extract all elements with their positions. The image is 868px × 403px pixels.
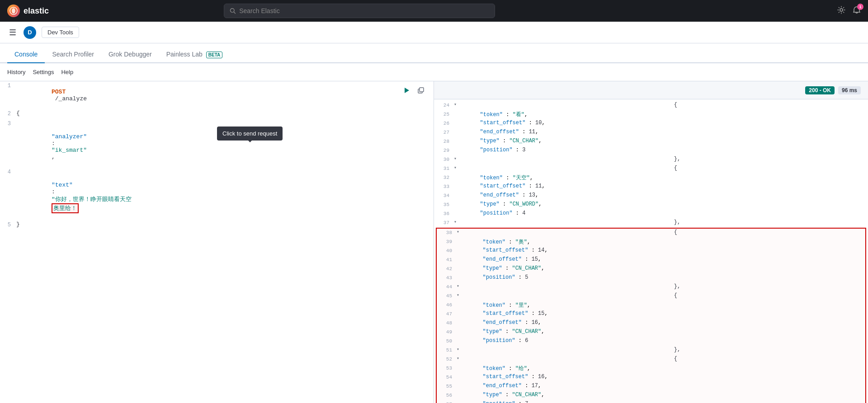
editor-line-5: 5 } xyxy=(0,220,434,230)
result-line-53: 53 "token" : "给", xyxy=(437,364,865,373)
result-line-39: 39 "token" : "奥", xyxy=(437,238,865,247)
editor-panel: 1 POST /_analyze 2 { 3 "analyzer" : "ik_ xyxy=(0,81,434,403)
result-line-45: 45 ▾ { xyxy=(437,292,865,301)
result-line-54: 54 "start_offset" : 16, xyxy=(437,373,865,382)
hamburger-button[interactable]: ☰ xyxy=(7,26,18,39)
elastic-logo-icon xyxy=(7,5,20,17)
beta-badge: BETA xyxy=(206,52,222,58)
svg-point-4 xyxy=(840,9,843,11)
svg-line-3 xyxy=(234,12,235,13)
line-num-4: 4 xyxy=(0,168,16,175)
result-line-50: 50 "position" : 6 xyxy=(437,337,865,346)
result-line-30: 30 ▾ }, xyxy=(434,155,868,164)
nav-icons: 1 xyxy=(837,6,861,16)
search-input[interactable] xyxy=(239,7,489,14)
result-line-49: 49 "type" : "CN_CHAR", xyxy=(437,328,865,337)
result-line-33: 33 "start_offset" : 11, xyxy=(434,183,868,192)
editor-line-1: 1 POST /_analyze xyxy=(0,81,434,109)
resize-handle[interactable]: ⋮ xyxy=(432,81,434,403)
result-line-51: 51 ▾ }, xyxy=(437,346,865,355)
line-content-5: } xyxy=(16,221,434,228)
run-area xyxy=(401,85,426,96)
search-bar[interactable] xyxy=(224,4,495,18)
result-line-26: 26 "start_offset" : 10, xyxy=(434,119,868,128)
line-num-2: 2 xyxy=(0,110,16,117)
run-button[interactable] xyxy=(401,85,412,96)
status-badge: 200 - OK xyxy=(805,86,835,94)
tooltip-container: Click to send request xyxy=(217,127,283,141)
line-content-2: { xyxy=(16,110,434,117)
settings-icon[interactable] xyxy=(837,6,845,16)
top-navigation: elastic 1 xyxy=(0,0,868,22)
results-panel: 200 - OK 96 ms 24 ▾ { 25 "token" : "看", … xyxy=(434,81,868,403)
tab-grok-debugger[interactable]: Grok Debugger xyxy=(101,46,159,63)
result-line-42: 42 "type" : "CN_CHAR", xyxy=(437,265,865,274)
editor-line-4: 4 "text" : "你好，世界！睁开眼睛看天空 奥里给！ xyxy=(0,168,434,220)
sub-navigation: ☰ D Dev Tools xyxy=(0,22,868,43)
result-line-46: 46 "token" : "里", xyxy=(437,301,865,310)
tab-painless-lab[interactable]: Painless Lab BETA xyxy=(159,46,230,63)
tab-console[interactable]: Console xyxy=(7,46,45,63)
result-line-55: 55 "end_offset" : 17, xyxy=(437,382,865,391)
result-line-44: 44 ▾ }, xyxy=(437,283,865,292)
results-content[interactable]: 24 ▾ { 25 "token" : "看", 26 "start_offse… xyxy=(434,99,868,403)
result-line-40: 40 "start_offset" : 14, xyxy=(437,247,865,256)
result-line-48: 48 "end_offset" : 16, xyxy=(437,319,865,328)
toolbar: History Settings Help xyxy=(0,63,868,81)
settings-button[interactable]: Settings xyxy=(33,67,54,77)
line-num-3: 3 xyxy=(0,120,16,127)
result-line-43: 43 "position" : 5 xyxy=(437,274,865,283)
search-icon xyxy=(230,8,236,14)
help-button[interactable]: Help xyxy=(61,67,73,77)
main-content: 1 POST /_analyze 2 { 3 "analyzer" : "ik_ xyxy=(0,81,868,403)
editor-line-2: 2 { xyxy=(0,109,434,119)
result-line-36: 36 "position" : 4 xyxy=(434,210,868,219)
tab-bar: Console Search Profiler Grok Debugger Pa… xyxy=(0,43,868,63)
svg-rect-7 xyxy=(420,88,424,92)
results-header: 200 - OK 96 ms xyxy=(434,81,868,99)
elastic-text: elastic xyxy=(24,6,49,16)
result-line-28: 28 "type" : "CN_CHAR", xyxy=(434,137,868,146)
red-highlight-results: 38 ▾ { 39 "token" : "奥", 40 "start_offse… xyxy=(436,228,866,403)
result-line-34: 34 "end_offset" : 13, xyxy=(434,192,868,201)
user-avatar[interactable]: D xyxy=(24,26,36,39)
result-line-37: 37 ▾ }, xyxy=(434,219,868,228)
time-badge: 96 ms xyxy=(838,86,861,94)
result-line-57: 57 "position" : 7 xyxy=(437,400,865,403)
line-content-4: "text" : "你好，世界！睁开眼睛看天空 奥里给！ xyxy=(16,168,434,220)
result-line-25: 25 "token" : "看", xyxy=(434,110,868,119)
notifications-icon[interactable]: 1 xyxy=(853,6,861,16)
elastic-logo[interactable]: elastic xyxy=(7,5,49,17)
dev-tools-button[interactable]: Dev Tools xyxy=(42,27,79,38)
highlighted-text: 奥里给！ xyxy=(52,203,79,213)
result-line-32: 32 "token" : "天空", xyxy=(434,173,868,183)
result-line-31: 31 ▾ { xyxy=(434,164,868,173)
svg-point-1 xyxy=(12,8,15,14)
result-line-47: 47 "start_offset" : 15, xyxy=(437,310,865,319)
result-line-24: 24 ▾ { xyxy=(434,101,868,110)
result-line-56: 56 "type" : "CN_CHAR", xyxy=(437,391,865,400)
line-num-5: 5 xyxy=(0,221,16,228)
result-line-29: 29 "position" : 3 xyxy=(434,146,868,155)
line-content-1: POST /_analyze xyxy=(16,82,434,109)
notification-badge: 1 xyxy=(857,4,863,10)
tab-search-profiler[interactable]: Search Profiler xyxy=(45,46,101,63)
copy-curl-button[interactable] xyxy=(415,85,426,96)
result-line-35: 35 "type" : "CN_WORD", xyxy=(434,201,868,210)
result-line-52: 52 ▾ { xyxy=(437,355,865,364)
result-line-27: 27 "end_offset" : 11, xyxy=(434,128,868,137)
tooltip-box: Click to send request xyxy=(217,127,283,141)
result-line-38: 38 ▾ { xyxy=(437,229,865,238)
result-line-41: 41 "end_offset" : 15, xyxy=(437,256,865,265)
svg-marker-5 xyxy=(405,88,409,93)
history-button[interactable]: History xyxy=(7,67,25,77)
line-num-1: 1 xyxy=(0,82,16,89)
